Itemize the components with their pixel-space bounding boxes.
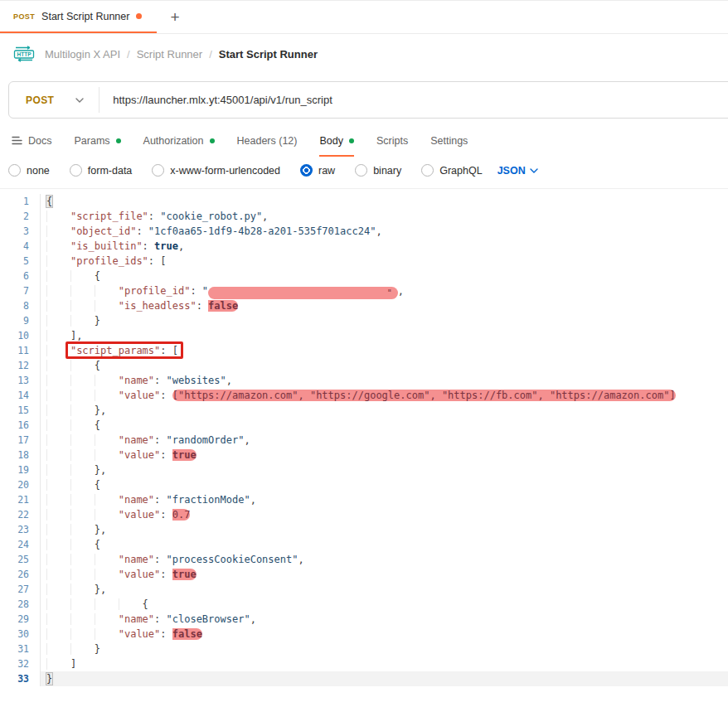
code-line[interactable]: 32 ] (0, 656, 728, 671)
code-token: , (250, 613, 256, 625)
tab-label: Docs (28, 135, 51, 147)
code-line[interactable]: 31 } (0, 642, 728, 656)
new-tab-button[interactable]: + (157, 1, 192, 33)
code-token (46, 658, 70, 670)
code-line[interactable]: 19 }, (0, 462, 728, 477)
code-line[interactable]: 8 "is_headless": false (0, 298, 728, 313)
code-token: : (160, 390, 172, 401)
code-line[interactable]: 6 { (0, 269, 728, 283)
code-token: { (95, 539, 100, 550)
code-line[interactable]: 33} (0, 671, 728, 686)
body-type-binary[interactable]: binary (355, 164, 401, 177)
code-token: "name" (119, 434, 154, 446)
code-line[interactable]: 20 { (0, 477, 728, 492)
body-type-graphql[interactable]: GraphQL (421, 164, 482, 177)
highlighted-token: "https://fb.com" (442, 390, 538, 401)
code-line[interactable]: 9 } (0, 313, 728, 328)
code-token (46, 464, 95, 476)
code-line[interactable]: 27 }, (0, 582, 728, 597)
body-type-x-www-form-urlencoded[interactable]: x-www-form-urlencoded (152, 164, 280, 177)
code-line[interactable]: 30 "value": false (0, 627, 728, 642)
code-line[interactable]: 18 "value": true (0, 448, 728, 462)
code-line[interactable]: 16 { (0, 418, 728, 433)
breadcrumb-request[interactable]: Start Script Runner (219, 48, 318, 61)
code-token: "script_file" (70, 211, 148, 222)
line-number: 23 (0, 522, 40, 537)
code-token (46, 330, 70, 341)
code-line[interactable]: 21 "name": "fractionMode", (0, 492, 728, 507)
tab-headers-12-[interactable]: Headers (12) (237, 135, 298, 157)
tab-settings[interactable]: Settings (430, 135, 468, 157)
code-line[interactable]: 5 "profile_ids": [ (0, 254, 728, 269)
code-content: { (40, 358, 728, 373)
code-content: "name": "randomOrder", (40, 433, 728, 448)
line-number: 33 (0, 671, 40, 686)
body-type-none[interactable]: none (8, 164, 50, 177)
tab-scripts[interactable]: Scripts (376, 135, 408, 157)
code-line[interactable]: 11 "script_params": [ (0, 343, 728, 358)
code-content: "profile_id": "", (40, 283, 728, 298)
tab-body[interactable]: Body (319, 135, 354, 157)
code-line[interactable]: 12 { (0, 358, 728, 373)
breadcrumb-folder[interactable]: Script Runner (137, 48, 202, 61)
language-selector[interactable]: JSON (497, 165, 538, 177)
code-line[interactable]: 26 "value": true (0, 567, 728, 582)
code-token (46, 315, 95, 327)
code-line[interactable]: 3 "object_id": "1cf0aa65-1df9-4b28-a201-… (0, 224, 728, 239)
code-line[interactable]: 17 "name": "randomOrder", (0, 433, 728, 448)
code-content: { (40, 477, 728, 492)
code-token: { (95, 360, 100, 371)
code-token (46, 390, 119, 401)
body-type-raw[interactable]: raw (300, 164, 335, 177)
code-token: , (244, 434, 250, 446)
code-content: { (40, 537, 728, 552)
code-line[interactable]: 1{ (0, 194, 728, 209)
code-token: ], (70, 330, 82, 341)
code-token (46, 613, 119, 625)
code-line[interactable]: 24 { (0, 537, 728, 552)
code-line[interactable]: 25 "name": "processCookieConsent", (0, 552, 728, 567)
code-line[interactable]: 28 { (0, 597, 728, 612)
tab-label: Headers (12) (237, 135, 298, 147)
code-line[interactable]: 13 "name": "websites", (0, 373, 728, 388)
code-token (46, 479, 95, 491)
code-line[interactable]: 7 "profile_id": "", (0, 283, 728, 298)
code-line[interactable]: 15 }, (0, 403, 728, 418)
code-line[interactable]: 10 ], (0, 328, 728, 343)
body-type-form-data[interactable]: form-data (70, 164, 133, 177)
code-line[interactable]: 2 "script_file": "cookie_robot.py", (0, 209, 728, 224)
code-token: : (148, 255, 160, 267)
code-token (46, 494, 119, 506)
method-selector[interactable]: POST (9, 94, 99, 106)
code-line[interactable]: 23 }, (0, 522, 728, 537)
code-content: "profile_ids": [ (40, 254, 728, 269)
code-token: "fractionMode" (167, 494, 250, 506)
line-number: 14 (0, 388, 40, 403)
code-content: "value": 0.7 (40, 507, 728, 522)
code-content: "value": true (40, 567, 728, 582)
code-content: ], (40, 328, 728, 343)
code-token: true (154, 240, 178, 252)
highlighted-token: "https://amazon.com" (178, 390, 298, 401)
code-token (46, 643, 95, 655)
line-number: 29 (0, 612, 40, 627)
line-number: 22 (0, 507, 40, 522)
tab-params[interactable]: Params (74, 135, 120, 157)
code-content: } (40, 642, 728, 656)
highlighted-token: , (430, 390, 441, 401)
code-line[interactable]: 4 "is_builtin": true, (0, 239, 728, 254)
breadcrumb-collection[interactable]: Multilogin X API (45, 48, 120, 61)
code-line[interactable]: 29 "name": "closeBrowser", (0, 612, 728, 627)
tab-docs[interactable]: Docs (12, 135, 51, 157)
body-code-editor[interactable]: 1{2 "script_file": "cookie_robot.py",3 "… (0, 188, 728, 686)
url-input[interactable] (99, 94, 728, 106)
http-request-icon: HTTP (13, 46, 35, 62)
docs-icon (12, 136, 22, 145)
request-tab[interactable]: POST Start Script Runner (0, 1, 157, 33)
code-line[interactable]: 22 "value": 0.7 (0, 507, 728, 522)
tab-authorization[interactable]: Authorization (143, 135, 215, 157)
code-line[interactable]: 14 "value": ["https://amazon.com", "http… (0, 388, 728, 403)
request-url-bar: POST (8, 81, 728, 119)
line-number: 19 (0, 462, 40, 477)
language-label: JSON (497, 165, 526, 177)
